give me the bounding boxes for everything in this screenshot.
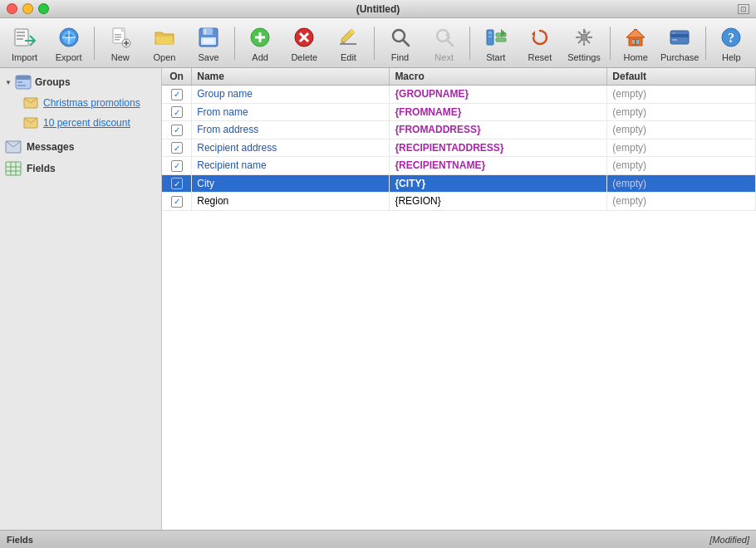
- row-default-cell: (empty): [607, 86, 756, 104]
- svg-rect-62: [16, 76, 31, 80]
- window-controls[interactable]: [7, 3, 49, 14]
- row-macro-cell: {FROMNAME}: [390, 103, 607, 121]
- reset-icon: [527, 24, 553, 51]
- table-row[interactable]: Group name{GROUPNAME}(empty): [162, 86, 756, 104]
- svg-rect-34: [488, 32, 492, 34]
- checkbox-icon[interactable]: [171, 89, 183, 100]
- settings-button[interactable]: Settings: [562, 21, 605, 66]
- next-label: Next: [434, 52, 454, 62]
- field-default: (empty): [612, 142, 646, 154]
- field-name: Recipient address: [197, 142, 277, 154]
- envelope-orange-icon-2: [23, 115, 38, 130]
- reset-button[interactable]: Reset: [518, 21, 561, 66]
- field-macro: {CITY}: [395, 178, 425, 189]
- purchase-label: Purchase: [660, 52, 699, 62]
- svg-line-45: [587, 40, 590, 43]
- edit-button[interactable]: Edit: [327, 21, 370, 66]
- groups-header[interactable]: ▼ Groups: [0, 71, 161, 93]
- svg-rect-51: [632, 40, 635, 44]
- help-label: Help: [722, 52, 741, 62]
- separator-5: [610, 27, 611, 60]
- main-layout: ▼ Groups: [0, 68, 756, 530]
- maximize-button[interactable]: [38, 3, 49, 14]
- row-default-cell: (empty): [607, 139, 756, 157]
- fields-table: On Name Macro Default Group name{GROUPNA…: [162, 68, 756, 211]
- row-default-cell: (empty): [607, 121, 756, 139]
- row-checkbox-cell[interactable]: [162, 86, 192, 104]
- svg-rect-12: [115, 39, 120, 41]
- row-checkbox-cell[interactable]: [162, 139, 192, 157]
- purchase-button[interactable]: Purchase: [659, 21, 701, 66]
- checkbox-icon[interactable]: [171, 106, 183, 118]
- find-button[interactable]: Find: [379, 21, 421, 66]
- separator-4: [469, 27, 470, 60]
- save-icon: [195, 24, 222, 51]
- svg-rect-35: [488, 36, 492, 37]
- svg-rect-56: [670, 34, 689, 37]
- row-default-cell: (empty): [607, 174, 756, 193]
- checkbox-icon[interactable]: [171, 125, 183, 136]
- start-button[interactable]: Start: [474, 21, 517, 66]
- checkbox-icon[interactable]: [171, 142, 183, 154]
- row-checkbox-cell[interactable]: [162, 121, 192, 139]
- purchase-icon: [666, 24, 693, 51]
- new-button[interactable]: New: [99, 21, 141, 66]
- sidebar-item-fields[interactable]: Fields: [0, 158, 161, 179]
- window-title: (Untitled): [356, 3, 400, 15]
- checkbox-icon[interactable]: [171, 160, 183, 172]
- checkbox-icon[interactable]: [171, 178, 183, 189]
- statusbar: Fields [Modified]: [0, 530, 756, 548]
- row-checkbox-cell[interactable]: [162, 174, 192, 193]
- export-label: Export: [56, 52, 82, 62]
- row-checkbox-cell[interactable]: [162, 103, 192, 121]
- find-icon: [387, 24, 414, 51]
- discount-label: 10 percent discount: [43, 117, 130, 129]
- resize-icon: ⊡: [738, 4, 749, 14]
- home-button[interactable]: Home: [615, 21, 657, 66]
- import-button[interactable]: Import: [3, 21, 46, 66]
- close-button[interactable]: [7, 3, 17, 14]
- row-checkbox-cell[interactable]: [162, 193, 192, 211]
- delete-button[interactable]: Delete: [283, 21, 326, 66]
- svg-rect-10: [115, 34, 121, 36]
- row-macro-cell: {RECIPIENTADDRESS}: [390, 139, 607, 157]
- add-button[interactable]: Add: [239, 21, 282, 66]
- row-checkbox-cell[interactable]: [162, 157, 192, 175]
- export-button[interactable]: Export: [47, 21, 90, 66]
- home-label: Home: [623, 52, 647, 62]
- table-row[interactable]: From address{FROMADDRESS}(empty): [162, 121, 756, 139]
- table-row[interactable]: Recipient address{RECIPIENTADDRESS}(empt…: [162, 139, 756, 157]
- row-macro-cell: {REGION}: [390, 193, 607, 211]
- svg-line-46: [587, 32, 590, 35]
- svg-rect-52: [636, 40, 639, 44]
- open-button[interactable]: Open: [143, 21, 185, 66]
- table-row[interactable]: Region{REGION}(empty): [162, 193, 756, 211]
- field-default: (empty): [612, 106, 646, 118]
- checkbox-icon[interactable]: [171, 196, 183, 208]
- sidebar-item-messages[interactable]: Messages: [0, 136, 161, 158]
- separator-2: [234, 27, 235, 60]
- svg-rect-18: [204, 29, 206, 34]
- svg-point-48: [581, 34, 587, 41]
- help-button[interactable]: ? Help: [710, 21, 753, 66]
- save-label: Save: [199, 52, 219, 62]
- svg-rect-2: [17, 35, 25, 37]
- table-header-row: On Name Macro Default: [162, 68, 756, 86]
- toolbar: Import Export: [0, 18, 756, 68]
- minimize-button[interactable]: [22, 3, 33, 14]
- table-row[interactable]: From name{FROMNAME}(empty): [162, 103, 756, 121]
- next-button[interactable]: Next: [423, 21, 465, 66]
- save-button[interactable]: Save: [187, 21, 229, 66]
- groups-icon: [15, 74, 32, 91]
- svg-line-30: [403, 40, 409, 46]
- svg-rect-63: [17, 81, 22, 83]
- field-macro: {RECIPIENTNAME}: [395, 159, 485, 171]
- sidebar-item-discount[interactable]: 10 percent discount: [0, 113, 161, 133]
- table-row[interactable]: Recipient name{RECIPIENTNAME}(empty): [162, 157, 756, 175]
- sidebar: ▼ Groups: [0, 68, 162, 530]
- row-name-cell: City: [192, 174, 390, 193]
- sidebar-item-christmas[interactable]: Christmas promotions: [0, 93, 161, 113]
- svg-rect-17: [203, 28, 213, 35]
- table-row[interactable]: City{CITY}(empty): [162, 174, 756, 193]
- field-name: Region: [197, 195, 228, 207]
